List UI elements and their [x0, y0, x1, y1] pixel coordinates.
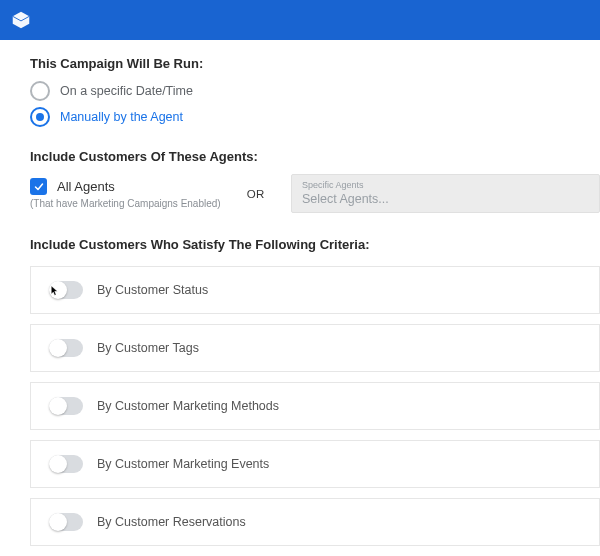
agents-section-heading: Include Customers Of These Agents:: [30, 149, 600, 164]
specific-agents-select[interactable]: Specific Agents Select Agents...: [291, 174, 600, 213]
run-option[interactable]: Manually by the Agent: [30, 107, 600, 127]
criteria-item: By Customer Marketing Methods: [30, 382, 600, 430]
criteria-label: By Customer Status: [97, 283, 208, 297]
run-option[interactable]: On a specific Date/Time: [30, 81, 600, 101]
run-option-label: On a specific Date/Time: [60, 84, 193, 98]
criteria-label: By Customer Tags: [97, 341, 199, 355]
select-caption: Specific Agents: [302, 181, 589, 190]
criteria-toggle[interactable]: [49, 339, 83, 357]
all-agents-label: All Agents: [57, 179, 115, 194]
app-logo-icon: [10, 9, 32, 31]
criteria-label: By Customer Marketing Methods: [97, 399, 279, 413]
run-option-label: Manually by the Agent: [60, 110, 183, 124]
criteria-toggle[interactable]: [49, 513, 83, 531]
criteria-item: By Customer Reservations: [30, 498, 600, 546]
radio-icon[interactable]: [30, 107, 50, 127]
criteria-toggle[interactable]: [49, 455, 83, 473]
criteria-section-heading: Include Customers Who Satisfy The Follow…: [30, 237, 600, 252]
app-header: [0, 0, 600, 40]
select-placeholder: Select Agents...: [302, 192, 589, 206]
criteria-item: By Customer Marketing Events: [30, 440, 600, 488]
criteria-label: By Customer Reservations: [97, 515, 246, 529]
radio-icon[interactable]: [30, 81, 50, 101]
criteria-item: By Customer Status: [30, 266, 600, 314]
run-section-heading: This Campaign Will Be Run:: [30, 56, 600, 71]
criteria-toggle[interactable]: [49, 281, 83, 299]
criteria-toggle[interactable]: [49, 397, 83, 415]
or-label: OR: [247, 188, 265, 200]
criteria-item: By Customer Tags: [30, 324, 600, 372]
all-agents-checkbox[interactable]: [30, 178, 47, 195]
all-agents-hint: (That have Marketing Campaigns Enabled): [30, 198, 221, 209]
criteria-label: By Customer Marketing Events: [97, 457, 269, 471]
agents-row: All Agents (That have Marketing Campaign…: [30, 174, 600, 213]
